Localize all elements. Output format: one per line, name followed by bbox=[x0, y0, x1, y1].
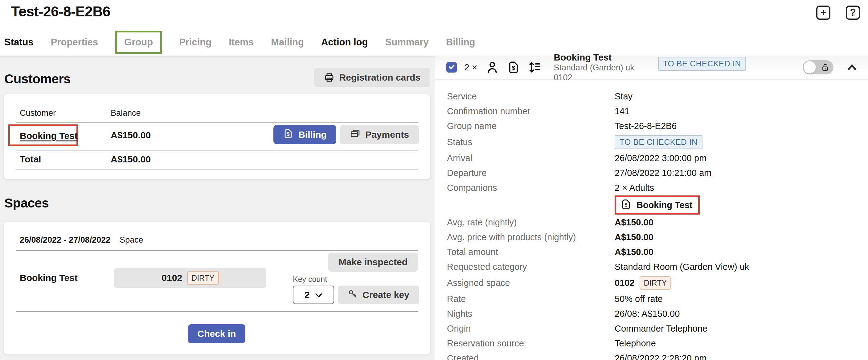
chevron-down-icon bbox=[315, 289, 322, 300]
billing-label: Billing bbox=[299, 129, 327, 140]
customers-heading: Customers bbox=[4, 72, 70, 86]
annotation-box-companion-link: $ Booking Test bbox=[615, 195, 700, 215]
help-button[interactable]: ? bbox=[846, 5, 860, 20]
registration-cards-label: Registration cards bbox=[339, 72, 421, 83]
total-label: Total bbox=[20, 154, 41, 165]
detail-row-total-amount: Total amount A$150.00 bbox=[447, 245, 856, 259]
reservation-panel-header: 2 × $ Booking Test Standard (Garden) uk … bbox=[435, 56, 868, 80]
top-bar: Test-26-8-E2B6 + ? Status Properties Gro… bbox=[0, 0, 868, 56]
unlock-icon bbox=[821, 63, 830, 73]
create-key-button[interactable]: Create key bbox=[338, 285, 419, 304]
detail-row-nights: Nights 26/08: A$150.00 bbox=[447, 306, 856, 321]
check-icon bbox=[447, 63, 456, 72]
status-content-area: Customers Registration cards Customer Ba… bbox=[0, 56, 435, 360]
plus-icon: + bbox=[820, 7, 826, 18]
dirty-badge: DIRTY bbox=[640, 276, 671, 289]
tab-status[interactable]: Status bbox=[4, 37, 34, 48]
lock-toggle[interactable] bbox=[803, 60, 834, 75]
tab-pricing[interactable]: Pricing bbox=[179, 37, 212, 48]
status-badge: TO BE CHECKED IN bbox=[658, 57, 746, 71]
billing-tag-icon: $ bbox=[620, 199, 631, 211]
column-balance: Balance bbox=[111, 108, 141, 118]
detail-row-arrival: Arrival 26/08/2022 3:00:00 pm bbox=[447, 151, 856, 165]
divider bbox=[16, 150, 418, 151]
top-actions: + ? bbox=[816, 5, 860, 20]
page-title: Test-26-8-E2B6 bbox=[11, 3, 110, 20]
group-detail-screen: Test-26-8-E2B6 + ? Status Properties Gro… bbox=[0, 0, 868, 360]
tab-mailing[interactable]: Mailing bbox=[271, 37, 304, 48]
key-count-select[interactable]: 2 bbox=[293, 285, 334, 304]
space-date-range: 26/08/2022 - 27/08/2022 bbox=[20, 235, 110, 245]
customer-balance: A$150.00 bbox=[111, 130, 151, 140]
key-count-label: Key count bbox=[293, 275, 327, 284]
reservation-checkbox[interactable] bbox=[446, 62, 457, 73]
spaces-heading: Spaces bbox=[4, 196, 49, 211]
divider bbox=[16, 169, 418, 170]
detail-row-created: Created 26/08/2022 2:28:20 pm bbox=[447, 351, 856, 360]
companion-link[interactable]: Booking Test bbox=[637, 200, 692, 210]
key-count-value: 2 bbox=[305, 289, 310, 300]
printer-icon bbox=[324, 72, 335, 83]
tab-bar: Status Properties Group Pricing Items Ma… bbox=[4, 31, 475, 54]
dirty-badge: DIRTY bbox=[187, 271, 219, 285]
payments-cards-icon bbox=[350, 129, 360, 141]
create-key-label: Create key bbox=[363, 289, 409, 300]
detail-row-companions: Companions 2 × Adults bbox=[447, 180, 856, 195]
collapse-panel-button[interactable] bbox=[846, 64, 858, 71]
tab-summary[interactable]: Summary bbox=[385, 37, 429, 48]
person-icon[interactable] bbox=[486, 60, 499, 74]
payments-button[interactable]: Payments bbox=[340, 125, 419, 144]
svg-text:$: $ bbox=[512, 64, 515, 71]
tab-properties[interactable]: Properties bbox=[51, 37, 98, 48]
question-icon: ? bbox=[850, 7, 856, 18]
detail-row-status: Status TO BE CHECKED IN bbox=[447, 133, 856, 151]
reservation-room-subtitle: Standard (Garden) uk 0102 bbox=[554, 63, 653, 82]
toggle-knob bbox=[804, 61, 816, 74]
reservation-details: Service Stay Confirmation number 141 Gro… bbox=[435, 80, 868, 360]
billing-tag-icon: $ bbox=[283, 129, 293, 141]
make-inspected-button[interactable]: Make inspected bbox=[328, 253, 418, 272]
divider bbox=[16, 311, 418, 312]
divider bbox=[16, 122, 418, 122]
detail-row-rate: Rate 50% off rate bbox=[447, 292, 856, 306]
sort-order-icon[interactable] bbox=[528, 60, 541, 74]
svg-text:$: $ bbox=[287, 132, 290, 137]
detail-row-departure: Departure 27/08/2022 10:21:00 am bbox=[447, 165, 856, 180]
billing-tag-icon[interactable]: $ bbox=[507, 61, 520, 74]
registration-cards-button[interactable]: Registration cards bbox=[314, 68, 430, 87]
space-number: 0102 bbox=[161, 273, 182, 283]
detail-row-avg-price: Avg. price with products (nightly) A$150… bbox=[447, 230, 856, 245]
detail-row-requested-category: Requested category Standard Room (Garden… bbox=[447, 259, 856, 274]
customers-card: Customer Balance Booking Test A$150.00 $… bbox=[4, 94, 430, 179]
detail-row-group-name: Group name Test-26-8-E2B6 bbox=[447, 118, 856, 133]
assigned-space-chip[interactable]: 0102 DIRTY bbox=[114, 268, 266, 288]
reservation-title-block: Booking Test Standard (Garden) uk 0102 bbox=[554, 52, 653, 82]
key-icon bbox=[348, 289, 358, 301]
reservation-guest-name: Booking Test bbox=[554, 52, 653, 63]
make-inspected-label: Make inspected bbox=[339, 257, 407, 267]
divider bbox=[16, 250, 418, 251]
add-button[interactable]: + bbox=[816, 5, 830, 20]
detail-row-origin: Origin Commander Telephone bbox=[447, 321, 856, 336]
check-in-label: Check in bbox=[197, 329, 236, 339]
tab-action-log[interactable]: Action log bbox=[321, 37, 368, 48]
occupancy-count: 2 × bbox=[464, 62, 477, 73]
tab-billing[interactable]: Billing bbox=[446, 37, 475, 48]
chevron-up-icon bbox=[846, 64, 858, 71]
column-space: Space bbox=[120, 235, 143, 245]
check-in-button[interactable]: Check in bbox=[188, 324, 245, 343]
payments-label: Payments bbox=[365, 129, 409, 140]
detail-row-reservation-source: Reservation source Telephone bbox=[447, 336, 856, 351]
svg-text:$: $ bbox=[625, 202, 627, 207]
detail-row-confirmation-number: Confirmation number 141 bbox=[447, 104, 856, 118]
tab-items[interactable]: Items bbox=[229, 37, 254, 48]
status-badge: TO BE CHECKED IN bbox=[615, 135, 703, 149]
space-guest-name: Booking Test bbox=[20, 273, 78, 283]
billing-button[interactable]: $ Billing bbox=[273, 125, 336, 144]
detail-row-avg-rate: Avg. rate (nightly) A$150.00 bbox=[447, 215, 856, 230]
customer-link[interactable]: Booking Test bbox=[20, 131, 78, 141]
spaces-card: 26/08/2022 - 27/08/2022 Space Make inspe… bbox=[4, 222, 430, 355]
total-balance: A$150.00 bbox=[111, 154, 151, 165]
tab-group[interactable]: Group bbox=[124, 37, 153, 48]
annotation-box-group-tab: Group bbox=[115, 31, 162, 54]
